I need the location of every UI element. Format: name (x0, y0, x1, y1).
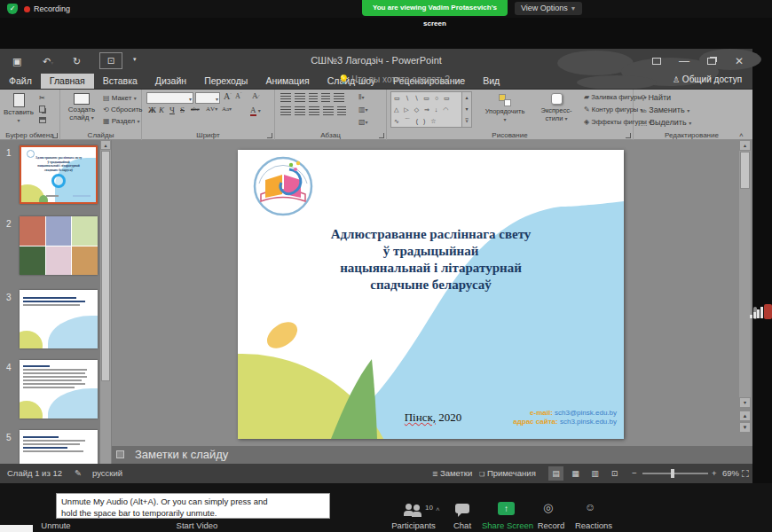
arrange-button[interactable]: Упорядочить▾ (479, 91, 531, 123)
copy-button[interactable] (39, 106, 45, 114)
tab-home[interactable]: Главная (41, 74, 94, 89)
tab-design[interactable]: Дизайн (146, 74, 195, 89)
close-button[interactable]: ✕ (729, 55, 749, 67)
font-color-button[interactable]: А ▾ (250, 106, 261, 114)
columns-icon[interactable] (337, 106, 346, 115)
align-right-icon[interactable] (309, 106, 319, 115)
scroll-up-icon[interactable]: ▴ (739, 140, 751, 151)
tab-animations[interactable]: Анимация (256, 74, 318, 89)
paste-button[interactable]: Вставить▾ (4, 91, 34, 124)
grow-font-button[interactable]: Аˆ (224, 91, 232, 101)
thumbnail-scrollbar-thumb[interactable] (101, 151, 110, 381)
thumbnail-slide-2[interactable] (20, 216, 98, 275)
cut-button[interactable]: ✂ (39, 94, 45, 102)
tab-transitions[interactable]: Переходы (195, 74, 256, 89)
comments-toggle[interactable]: ❏ Примечания (479, 468, 536, 478)
reading-view-button[interactable]: ▥ (587, 466, 603, 481)
align-center-icon[interactable] (295, 106, 305, 115)
subscript-abc-button[interactable]: abc (191, 106, 200, 113)
format-painter-button[interactable] (39, 117, 46, 125)
slide-city-year: Пінск, 2020 (362, 411, 504, 425)
font-size-combobox[interactable]: ▾ (195, 92, 220, 104)
tab-insert[interactable]: Вставка (94, 74, 146, 89)
slide-number-indicator[interactable]: Слайд 1 из 12 (7, 468, 62, 478)
dialog-launcher-icon[interactable] (626, 133, 631, 138)
share-button[interactable]: ♙ Общий доступ (673, 74, 742, 84)
lightbulb-icon: 💡 (338, 74, 349, 84)
shapes-gallery[interactable]: ▭ ∖ ∖ ▭ ○ ▭ △ ▷ ◇ ⇒ ↓ ◠ ∿ ⌒ ( ) ☆ ▴▾⊽ (390, 91, 472, 128)
shrink-font-button[interactable]: Аˇ (235, 91, 241, 100)
smartart-button[interactable]: ▧▾ (358, 118, 368, 126)
thumb-number-3: 3 (6, 293, 12, 302)
quick-styles-button[interactable]: Экспресс-стили ▾ (532, 91, 580, 122)
person-icon: ♙ (673, 75, 680, 84)
notes-splitter-icon[interactable] (116, 450, 124, 458)
slide-scrollbar-thumb[interactable] (740, 152, 750, 189)
zoom-in-button[interactable]: + (712, 468, 717, 478)
italic-button[interactable]: К (159, 106, 164, 114)
replace-button[interactable]: ab Заменить ▾ (641, 106, 689, 114)
zoom-out-button[interactable]: − (632, 468, 637, 478)
gallery-scroll-buttons[interactable]: ▴▾⊽ (461, 92, 471, 127)
notes-toggle[interactable]: ☰ Заметки (432, 468, 472, 478)
reactions-button[interactable]: Reactions (568, 520, 619, 530)
underline-button[interactable]: Ч (169, 106, 175, 114)
clear-formatting-button[interactable]: А⁄ (252, 91, 259, 100)
increase-indent-icon[interactable] (321, 93, 330, 102)
align-text-button[interactable]: ▥▾ (358, 106, 368, 113)
change-case-button[interactable]: Аа▾ (222, 106, 232, 113)
dialog-launcher-icon[interactable] (52, 133, 58, 138)
slide-sorter-view-button[interactable]: ▦ (568, 466, 583, 481)
decrease-indent-icon[interactable] (309, 93, 318, 102)
line-spacing-icon[interactable] (334, 93, 344, 102)
thumbnail-slide-5[interactable] (20, 430, 98, 464)
view-options-button[interactable]: View Options ▼ (515, 2, 582, 15)
align-left-icon[interactable] (280, 106, 291, 115)
previous-slide-button[interactable]: ▲ (739, 411, 751, 421)
character-spacing-button[interactable]: АV▾ (206, 106, 217, 113)
slideshow-view-button[interactable]: ⊡ (607, 466, 622, 481)
section-button[interactable]: ▦ Раздел ▾ (103, 117, 140, 125)
text-direction-button[interactable]: ⦀▾ (358, 93, 365, 102)
zoom-level[interactable]: 69% (722, 468, 739, 478)
spellcheck-icon[interactable]: ✎ (75, 468, 82, 478)
language-indicator[interactable]: русский (92, 468, 122, 478)
record-button[interactable]: Record (529, 520, 573, 530)
tab-view[interactable]: Вид (474, 74, 508, 89)
start-video-button[interactable]: Start Video (167, 520, 227, 530)
fit-to-window-icon[interactable]: ⛶ (742, 468, 749, 480)
numbering-icon[interactable] (295, 93, 305, 102)
normal-view-button[interactable]: ▤ (548, 466, 563, 481)
select-button[interactable]: ⬚ Выделить ▾ (641, 118, 691, 127)
new-slide-button[interactable]: Создатьслайд ▾ (64, 91, 99, 121)
zoom-slider-thumb[interactable] (671, 469, 674, 478)
notes-pane[interactable]: Заметки к слайду (112, 446, 752, 464)
strikethrough-button[interactable]: S (180, 106, 185, 114)
scroll-up-icon[interactable]: ▴ (100, 140, 111, 150)
justify-icon[interactable] (323, 106, 334, 115)
dialog-launcher-icon[interactable] (379, 133, 384, 138)
collapse-ribbon-icon[interactable]: ˄ (739, 131, 744, 139)
minimize-button[interactable]: — (674, 55, 694, 67)
thumbnail-slide-4[interactable] (20, 360, 98, 419)
find-button[interactable]: ⚲ Найти (641, 93, 671, 102)
tell-me-search[interactable]: 💡 Что вы хотите сделать? (338, 74, 450, 84)
next-slide-button[interactable]: ▼ (739, 422, 751, 433)
thumbnail-slide-3[interactable] (20, 290, 98, 348)
scroll-down-icon[interactable]: ▾ (739, 397, 751, 408)
reset-button[interactable]: ⟲ Сбросить (103, 106, 143, 113)
bullets-icon[interactable] (280, 93, 291, 102)
unmute-button[interactable]: Unmute (27, 520, 85, 530)
dialog-launcher-icon[interactable] (267, 133, 272, 138)
chevron-up-icon[interactable]: ˄ (436, 505, 440, 513)
bold-button[interactable]: Ж (148, 106, 156, 114)
participants-button[interactable]: Participants (383, 520, 444, 530)
font-name-combobox[interactable]: ▾ (146, 92, 193, 104)
restore-button[interactable] (702, 55, 721, 67)
zoom-slider[interactable] (642, 473, 708, 474)
slide-canvas[interactable]: Адлюстраванне расліннага свету ў традыцы… (238, 150, 624, 439)
layout-button[interactable]: ▤ Макет ▾ (103, 94, 137, 102)
tab-file[interactable]: Файл (0, 74, 41, 89)
thumbnail-slide-1[interactable]: Адлюстраванне расліннага светуў традыцый… (20, 145, 98, 204)
ribbon-display-options-icon[interactable] (647, 55, 666, 67)
